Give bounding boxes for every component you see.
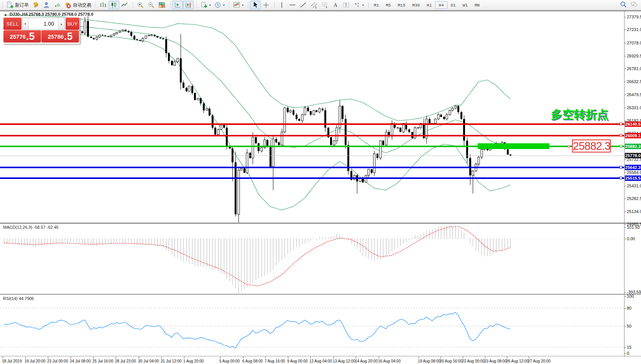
rsi-panel-separator[interactable] [0, 294, 641, 295]
sell-price-button[interactable]: 25776.5 [3, 30, 41, 43]
price-tick-mark [625, 198, 626, 199]
hline-end-marker[interactable] [620, 123, 622, 125]
price-tick-label: 27231.0 [627, 27, 641, 32]
time-tick-label: 6 Aug 08:00 [242, 359, 263, 363]
buy-price-button[interactable]: 25786.5 [41, 30, 79, 43]
price-tick-label: 26929.5 [627, 54, 641, 58]
time-tick-label: 30 Jul 04:00 [138, 359, 159, 363]
hline-end-marker[interactable] [620, 177, 622, 179]
line-chart-button[interactable] [119, 1, 130, 9]
time-tick-mark [220, 357, 220, 358]
axis-tick-mark [625, 296, 626, 297]
timeframe-toolbar: M1M5M15M30H1H4D1W1MN [367, 0, 484, 10]
time-tick-label: 25 Jul 16:00 [92, 359, 113, 363]
time-tick-label: 7 Aug 16:00 [265, 359, 285, 363]
price-tick-mark [625, 95, 626, 95]
auto-scroll-button[interactable] [172, 1, 183, 9]
hline-button[interactable] [287, 1, 298, 9]
hline-object-25642.3[interactable] [0, 167, 624, 168]
hline-end-marker[interactable] [620, 166, 622, 169]
search-button[interactable] [618, 0, 629, 9]
new-order-button[interactable]: 新订单 [5, 1, 30, 9]
trend-annotation-text[interactable]: 多空转折点 [551, 107, 608, 123]
price-axis[interactable]: 27379.527231.027078.026929.526781.026632… [625, 11, 641, 364]
price-tick-mark [625, 224, 626, 225]
timeframe-button-h1[interactable]: H1 [423, 1, 435, 9]
timeframe-button-h4[interactable]: H4 [435, 1, 447, 9]
tile-windows-button[interactable] [156, 1, 167, 9]
time-tick-mark [440, 357, 441, 358]
new-chart-button[interactable]: ▾ [199, 1, 212, 9]
zoom-in-button[interactable] [135, 1, 146, 9]
timeframe-button-m5[interactable]: M5 [382, 1, 394, 9]
time-tick-label: 12 Aug 04:00 [309, 359, 332, 363]
toolbar-button-label: 自动交易 [73, 2, 91, 8]
price-tick-label: 26781.0 [627, 66, 641, 71]
timeframe-button-m1[interactable]: M1 [370, 1, 382, 9]
channel-button[interactable]: E [309, 1, 319, 9]
hline-end-marker[interactable] [620, 145, 622, 148]
macd-panel-separator[interactable] [0, 223, 641, 224]
indicators-button[interactable]: ▾ [231, 1, 245, 9]
time-tick-mark [139, 357, 139, 358]
crosshair-button[interactable] [261, 1, 271, 9]
hline-object-26140.5[interactable] [0, 123, 624, 125]
buy-button[interactable]: BUY [66, 18, 79, 30]
price-tick-label: 26632.5 [627, 79, 641, 84]
profile-button[interactable] [41, 1, 52, 9]
cursor-button[interactable] [250, 1, 261, 9]
price-chart-canvas[interactable] [0, 11, 624, 223]
toolbar-group: ▾ [227, 0, 246, 10]
chat-icon [630, 1, 638, 8]
trendline-button[interactable] [298, 1, 309, 9]
quotes-button[interactable] [30, 1, 41, 9]
highlight-rectangle-object[interactable] [478, 143, 549, 149]
time-tick-mark [161, 357, 162, 358]
timeframe-button-mn[interactable]: MN [471, 1, 483, 9]
arrows-button[interactable]: ▾ [352, 1, 365, 9]
new-chart-icon [200, 1, 208, 9]
hline-object-25778[interactable] [0, 156, 624, 156]
hline-object-26009.1[interactable] [0, 135, 624, 136]
chat-button[interactable] [629, 0, 639, 9]
candlestick-button[interactable] [108, 1, 119, 9]
price-tick-label: 25134.0 [627, 209, 641, 214]
chart-shift-button[interactable] [183, 1, 194, 9]
hline-object-25515.5[interactable] [0, 177, 624, 179]
timeframe-button-w1[interactable]: W1 [459, 1, 471, 9]
vline-button[interactable] [276, 1, 287, 9]
period-button[interactable]: ▾ [212, 1, 226, 9]
time-tick-label: 5 Aug 00:00 [219, 359, 240, 363]
timeframe-button-m30[interactable]: M30 [409, 1, 423, 9]
time-tick-mark [116, 357, 116, 358]
fibonacci-button[interactable]: F [319, 1, 330, 9]
zoom-out-button[interactable] [146, 1, 156, 9]
volume-decrease-button[interactable]: ▼ [22, 18, 29, 30]
volume-increase-button[interactable]: ▲ [58, 18, 64, 30]
timeframe-button-m15[interactable]: M15 [394, 1, 409, 9]
one-click-collapse-toggle[interactable]: ▲ [4, 13, 7, 16]
signal-button[interactable] [52, 1, 62, 9]
price-callout-label[interactable]: 25882.3 [572, 139, 611, 152]
hline-end-marker[interactable] [620, 134, 622, 137]
cursor-icon [251, 1, 259, 9]
svg-text:E: E [315, 6, 317, 9]
time-tick-mark [507, 357, 507, 358]
bar-chart-button[interactable] [98, 1, 108, 9]
text-button[interactable]: A [330, 1, 341, 9]
dropdown-caret-icon: ▾ [223, 3, 225, 7]
price-tick-mark [625, 186, 626, 186]
sell-button[interactable]: SELL [3, 18, 21, 30]
time-axis[interactable]: 18 Jul 201919 Jul 20:0023 Jul 00:0024 Ju… [0, 357, 641, 364]
line-anchor-marker[interactable] [567, 145, 570, 148]
axis-tick-mark [625, 347, 626, 348]
autotrading-button[interactable]: 自动交易 [62, 1, 93, 9]
volume-input[interactable]: 1.00 [29, 21, 58, 27]
dropdown-caret-icon: ▾ [242, 3, 243, 7]
macd-panel-canvas [0, 224, 624, 294]
time-tick-label: 14 Aug 20:00 [355, 359, 378, 363]
label-button[interactable]: T [341, 1, 352, 9]
time-tick-label: 1 Aug 20:00 [183, 359, 204, 363]
timeframe-button-d1[interactable]: D1 [447, 1, 459, 9]
volume-box: ▼ 1.00 ▲ [22, 18, 65, 30]
